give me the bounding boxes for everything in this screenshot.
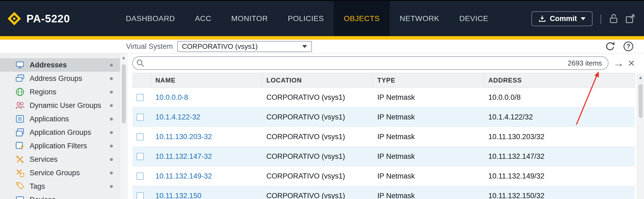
- column-header-type[interactable]: TYPE: [373, 73, 484, 87]
- sidebar-item-label: Services: [30, 155, 58, 164]
- commit-button[interactable]: Commit: [531, 11, 593, 26]
- row-address: 10.11.132.147/32: [484, 152, 635, 161]
- dynamic-user-groups-icon: [15, 101, 25, 110]
- row-location: CORPORATIVO (vsys1): [262, 152, 373, 161]
- scrollbar-thumb[interactable]: [122, 64, 126, 123]
- nav-tab-monitor[interactable]: MONITOR: [221, 1, 278, 36]
- row-type: IP Netmask: [373, 172, 484, 180]
- address-groups-icon: [15, 74, 25, 83]
- table-row: 10.11.130.203-32CORPORATIVO (vsys1)IP Ne…: [132, 127, 635, 147]
- column-header-location[interactable]: LOCATION: [262, 73, 373, 87]
- row-checkbox-cell: [132, 192, 151, 199]
- scroll-up-icon[interactable]: ▲: [637, 75, 644, 80]
- status-dot: [110, 77, 113, 80]
- services-icon: [15, 155, 25, 164]
- row-name-cell: 10.11.132.147-32: [151, 152, 262, 161]
- row-address: 10.1.4.122/32: [484, 113, 635, 121]
- column-header-address[interactable]: ADDRESS: [484, 73, 635, 87]
- sidebar-item-application-groups[interactable]: Application Groups: [0, 126, 120, 139]
- row-checkbox[interactable]: [137, 192, 144, 199]
- table-body: 10.0.0.0-8CORPORATIVO (vsys1)IP Netmask1…: [132, 88, 635, 199]
- address-name-link[interactable]: 10.11.132.150: [155, 192, 201, 199]
- row-checkbox[interactable]: [137, 94, 144, 101]
- sidebar-item-address-groups[interactable]: Address Groups: [0, 72, 120, 85]
- commit-button-label: Commit: [550, 15, 577, 23]
- table-scrollbar[interactable]: ▲: [637, 73, 644, 199]
- scrollbar-thumb[interactable]: [639, 84, 643, 118]
- row-checkbox[interactable]: [137, 173, 144, 180]
- application-filters-icon: [15, 141, 25, 151]
- row-name-cell: 10.0.0.0-8: [151, 93, 262, 102]
- search-input[interactable]: [147, 58, 565, 68]
- virtual-system-select[interactable]: CORPORATIVO (vsys1): [177, 41, 312, 52]
- row-name-cell: 10.11.132.149-32: [151, 172, 262, 180]
- row-type: IP Netmask: [373, 113, 484, 121]
- column-header-name[interactable]: NAME: [151, 73, 262, 87]
- search-row: 2693 items → ×: [132, 56, 635, 70]
- help-icon[interactable]: ?: [623, 41, 634, 52]
- row-location: CORPORATIVO (vsys1): [262, 133, 373, 141]
- address-name-link[interactable]: 10.1.4.122-32: [155, 113, 200, 121]
- status-dot: [110, 145, 113, 147]
- sidebar-item-application-filters[interactable]: Application Filters: [0, 139, 120, 153]
- sidebar-item-addresses[interactable]: Addresses: [0, 58, 120, 72]
- search-bar: 2693 items: [132, 56, 608, 70]
- row-checkbox-cell: [132, 133, 151, 140]
- nav-tab-objects[interactable]: OBJECTS: [334, 1, 389, 36]
- row-checkbox[interactable]: [137, 133, 144, 140]
- row-type: IP Netmask: [373, 152, 484, 161]
- sidebar-item-tags[interactable]: Tags: [0, 180, 120, 193]
- row-location: CORPORATIVO (vsys1): [262, 113, 373, 121]
- toolbar-right-actions: ?: [605, 41, 644, 52]
- table-row: 10.11.132.149-32CORPORATIVO (vsys1)IP Ne…: [132, 166, 635, 186]
- sidebar-item-services[interactable]: Services: [0, 153, 120, 166]
- table-header-row: NAMELOCATIONTYPEADDRESS: [132, 73, 635, 88]
- sidebar-item-service-groups[interactable]: Service Groups: [0, 166, 120, 180]
- apply-filter-arrow-icon[interactable]: →: [613, 57, 624, 69]
- table-row: 10.0.0.0-8CORPORATIVO (vsys1)IP Netmask1…: [132, 88, 635, 107]
- address-name-link[interactable]: 10.11.130.203-32: [155, 133, 212, 141]
- row-address: 10.11.132.150/32: [484, 192, 635, 199]
- row-name-cell: 10.1.4.122-32: [151, 113, 262, 121]
- chevron-down-icon: [302, 45, 307, 48]
- row-location: CORPORATIVO (vsys1): [262, 93, 373, 102]
- nav-tab-device[interactable]: DEVICE: [449, 1, 498, 36]
- vsys-toolbar: Virtual System CORPORATIVO (vsys1) ?: [0, 40, 644, 53]
- sidebar-scrollbar[interactable]: ▲: [120, 53, 127, 199]
- sidebar-item-label: Regions: [30, 88, 56, 96]
- brand: PA-5220: [0, 1, 70, 36]
- row-location: CORPORATIVO (vsys1): [262, 172, 373, 180]
- save-config-icon[interactable]: [625, 13, 635, 24]
- sidebar-item-label: Addresses: [30, 61, 67, 69]
- address-name-link[interactable]: 10.11.132.149-32: [155, 172, 212, 180]
- search-icon: [136, 59, 145, 67]
- row-type: IP Netmask: [373, 133, 484, 141]
- devices-icon: [15, 195, 25, 199]
- status-dot: [110, 171, 113, 174]
- sidebar-item-label: Tags: [30, 182, 45, 191]
- nav-tab-policies[interactable]: POLICIES: [278, 1, 334, 36]
- clear-filter-icon[interactable]: ×: [628, 57, 635, 69]
- nav-tab-network[interactable]: NETWORK: [390, 1, 449, 36]
- nav-tab-acc[interactable]: ACC: [185, 1, 221, 36]
- row-checkbox[interactable]: [137, 153, 144, 160]
- address-name-link[interactable]: 10.0.0.0-8: [155, 93, 188, 101]
- sidebar-item-dynamic-user-groups[interactable]: Dynamic User Groups: [0, 99, 120, 112]
- refresh-icon[interactable]: [605, 41, 615, 52]
- scroll-up-icon[interactable]: ▲: [120, 55, 127, 60]
- sidebar-item-label: Service Groups: [30, 169, 80, 177]
- tags-icon: [15, 181, 25, 191]
- row-checkbox[interactable]: [137, 114, 144, 121]
- status-dot: [110, 118, 113, 121]
- row-type: IP Netmask: [373, 93, 484, 102]
- column-header-checkbox: [132, 73, 151, 87]
- nav-tab-dashboard[interactable]: DASHBOARD: [116, 1, 185, 36]
- sidebar-item-regions[interactable]: Regions: [0, 85, 120, 99]
- row-address: 10.0.0.0/8: [484, 93, 635, 102]
- lock-icon[interactable]: [609, 13, 618, 24]
- sidebar-item-devices[interactable]: Devices: [0, 193, 120, 199]
- sidebar-item-applications[interactable]: Applications: [0, 112, 120, 126]
- addresses-panel: 2693 items → × NAMELOCATIONTYPEADDRESS 1…: [127, 53, 644, 199]
- addresses-icon: [15, 60, 25, 70]
- address-name-link[interactable]: 10.11.132.147-32: [155, 152, 212, 160]
